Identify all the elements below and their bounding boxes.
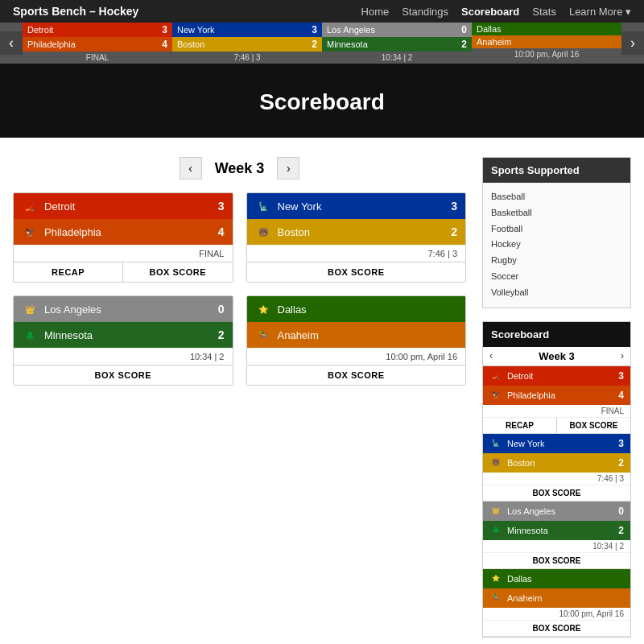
s-team-row: 🦅 Philadelphia 4 <box>483 386 630 405</box>
ticker-row: New York 3 <box>172 23 322 37</box>
team-score: 0 <box>218 303 225 316</box>
ticker-row: Dallas <box>472 23 621 35</box>
ticker-team-name: Philadelphia <box>27 39 159 49</box>
ticker-next-btn[interactable]: › <box>621 31 644 55</box>
team-row: 🗽 New York 3 <box>247 193 466 219</box>
ticker-team-name: Boston <box>177 39 308 49</box>
sport-item: Volleyball <box>491 285 622 301</box>
sidebar-week-label: Week 3 <box>539 350 575 362</box>
nav-home[interactable]: Home <box>361 6 390 18</box>
game-status: 10:34 | 2 <box>14 348 233 365</box>
s-team-row: 🦆 Anaheim <box>483 588 630 608</box>
team-logo-icon: 🦅 <box>22 224 38 240</box>
box-score-btn[interactable]: BOX SCORE <box>14 365 233 385</box>
games-grid: 🏒 Detroit 3 🦅 Philadelphia 4 FINAL RECAP… <box>13 192 466 386</box>
ticker-status: 10:00 pm, April 16 <box>472 48 621 60</box>
team-name: Anaheim <box>278 329 458 341</box>
team-row: 🐻 Boston 2 <box>247 219 466 245</box>
s-status: 10:34 | 2 <box>483 540 630 552</box>
box-score-btn[interactable]: BOX SCORE <box>247 365 466 385</box>
ticker-game-1: Detroit 3 Philadelphia 4 FINAL <box>23 23 172 64</box>
ticker-status: 7:46 | 3 <box>172 52 322 64</box>
s-team-row: 🗽 New York 3 <box>483 434 630 453</box>
ticker-prev-btn[interactable]: ‹ <box>0 31 23 55</box>
ticker-score: 0 <box>461 24 467 35</box>
s-recap-btn[interactable]: RECAP <box>483 418 557 433</box>
sidebar-game-1: 🗽 New York 3 🐻 Boston 2 7:46 | 3 BOX SCO… <box>483 434 630 502</box>
nav-stats[interactable]: Stats <box>532 6 556 18</box>
sidebar-game-2: 👑 Los Angeles 0 🌲 Minnesota 2 10:34 | 2 … <box>483 502 630 569</box>
game-actions: BOX SCORE <box>247 365 466 385</box>
sidebar: Sports Supported Baseball Basketball Foo… <box>482 157 631 644</box>
sports-widget: Sports Supported Baseball Basketball Foo… <box>482 157 631 308</box>
s-score: 3 <box>618 370 624 382</box>
game-status: 10:00 pm, April 16 <box>247 348 466 365</box>
recap-btn[interactable]: RECAP <box>14 262 123 282</box>
ticker-team-name: New York <box>177 25 308 35</box>
sport-item: Soccer <box>491 269 622 285</box>
team-score: 3 <box>218 200 225 213</box>
s-team-name: Detroit <box>507 371 618 381</box>
ticker-score: 3 <box>162 24 167 35</box>
s-box-score-btn[interactable]: BOX SCORE <box>483 553 630 568</box>
s-team-name: Philadelphia <box>507 390 618 400</box>
ticker-row: Boston 2 <box>172 37 322 52</box>
team-logo-icon: 🏒 <box>22 198 38 214</box>
team-name: Philadelphia <box>44 226 218 238</box>
s-logo-icon: 👑 <box>489 505 502 518</box>
s-box-score-btn[interactable]: BOX SCORE <box>483 621 630 636</box>
s-logo-icon: 🦆 <box>489 592 502 605</box>
s-team-name: Los Angeles <box>507 506 618 516</box>
nav-standings[interactable]: Standings <box>402 6 448 18</box>
s-logo-icon: 🗽 <box>489 437 502 450</box>
week-next-btn[interactable]: › <box>277 157 299 180</box>
ticker-game-2: New York 3 Boston 2 7:46 | 3 <box>172 23 322 64</box>
team-logo-icon: 🐻 <box>255 224 271 240</box>
top-nav: Sports Bench – Hockey Home Standings Sco… <box>0 0 644 23</box>
sport-item: Baseball <box>491 189 622 205</box>
ticker-game-3: Los Angeles 0 Minnesota 2 10:34 | 2 <box>322 23 472 64</box>
nav-learn-more[interactable]: Learn More ▾ <box>569 6 631 18</box>
ticker-team-name: Los Angeles <box>327 25 458 35</box>
s-status: FINAL <box>483 405 630 417</box>
team-row: 🌲 Minnesota 2 <box>14 322 233 348</box>
s-team-name: Anaheim <box>507 593 624 603</box>
game-status: FINAL <box>14 245 233 262</box>
s-actions: BOX SCORE <box>483 620 630 636</box>
team-name: Dallas <box>278 303 458 316</box>
s-box-score-btn[interactable]: BOX SCORE <box>483 485 630 501</box>
s-logo-icon: 🦅 <box>489 389 502 402</box>
s-status: 10:00 pm, April 16 <box>483 608 630 620</box>
main-content: ‹ Week 3 › 🏒 Detroit 3 🦅 Philadelphia 4 … <box>0 138 644 644</box>
week-nav: ‹ Week 3 › <box>13 157 466 180</box>
box-score-btn[interactable]: BOX SCORE <box>247 262 466 282</box>
ticker-score: 2 <box>461 39 467 50</box>
sport-item: Football <box>491 221 622 237</box>
box-score-btn[interactable]: BOX SCORE <box>123 262 232 282</box>
team-score: 3 <box>451 200 457 213</box>
team-name: Los Angeles <box>44 303 218 316</box>
game-actions: RECAP BOX SCORE <box>14 262 233 282</box>
ticker-status: 10:34 | 2 <box>322 52 472 64</box>
week-prev-btn[interactable]: ‹ <box>180 157 202 180</box>
s-team-row: 👑 Los Angeles 0 <box>483 502 630 521</box>
sidebar-week-nav: ‹ Week 3 › <box>483 347 630 366</box>
game-status: 7:46 | 3 <box>247 245 466 262</box>
sidebar-week-prev-btn[interactable]: ‹ <box>489 350 493 361</box>
s-score: 2 <box>618 457 624 469</box>
game-actions: BOX SCORE <box>247 262 466 282</box>
s-score: 3 <box>618 438 624 449</box>
team-name: Boston <box>278 226 452 238</box>
sidebar-week-next-btn[interactable]: › <box>621 350 624 361</box>
ticker-row: Philadelphia 4 <box>23 37 172 52</box>
nav-scoreboard[interactable]: Scoreboard <box>461 6 519 18</box>
s-box-score-btn[interactable]: BOX SCORE <box>557 418 630 433</box>
site-title: Sports Bench – Hockey <box>13 5 138 18</box>
sidebar-scoreboard-title: Scoreboard <box>483 322 630 347</box>
s-team-row: 🏒 Detroit 3 <box>483 366 630 386</box>
ticker-row: Detroit 3 <box>23 23 172 37</box>
ticker-row: Los Angeles 0 <box>322 23 472 37</box>
ticker-bar: ‹ Detroit 3 Philadelphia 4 FINAL New Yor… <box>0 23 644 64</box>
team-row: 🦅 Philadelphia 4 <box>14 219 233 245</box>
ticker-row: Anaheim <box>472 35 621 48</box>
